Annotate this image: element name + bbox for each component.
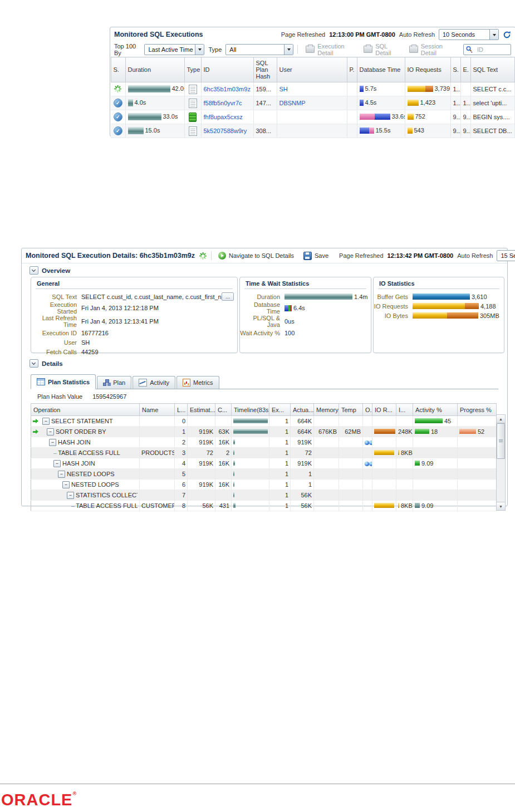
column-header[interactable]: Activity % [413,404,458,416]
collapse-icon[interactable] [42,418,50,425]
monitored-sql-executions-table: S.DurationTypeIDSQL Plan HashUserP.Datab… [111,57,515,138]
plan-row: HASH JOIN2919K16K1919K [31,437,497,448]
column-header[interactable]: L... [175,404,188,416]
chevron-down-icon[interactable] [195,45,204,55]
field-value: 16777216 [81,330,109,336]
user-link[interactable]: SH [81,339,90,346]
column-header[interactable]: Timeline(83s) [232,404,269,416]
execution-detail-button[interactable]: Execution Detail [302,43,356,56]
database-time-value: 33.6s [392,113,405,120]
tab-activity[interactable]: Activity [133,376,175,389]
scroll-down-button[interactable] [497,502,505,510]
column-header[interactable]: S. [450,57,460,82]
column-header[interactable]: User [277,57,347,82]
column-header[interactable]: O. [363,404,372,416]
sql-id-link[interactable]: 5k5207588w9ry [204,128,247,134]
page-refreshed-time: 12:13:42 PM GMT-0800 [388,252,454,259]
tab-plan-statistics[interactable]: Plan Statistics [31,374,96,389]
collapse-section-icon[interactable] [30,266,38,275]
progress-cell [458,437,497,448]
tab-plan[interactable]: Plan [97,376,131,389]
dblue-bar-segment [285,305,288,311]
column-header[interactable]: Name [140,404,175,416]
type-select[interactable]: All [225,44,293,55]
search-box[interactable] [463,44,511,55]
collapse-icon[interactable] [47,428,54,436]
cost-cell [215,490,232,501]
time-stat-row: Wait Activity %100 [240,328,371,337]
column-header[interactable]: SQL Plan Hash [253,57,277,82]
collapse-icon[interactable] [53,460,61,467]
user-cell [277,110,347,124]
collapse-icon[interactable] [58,471,65,478]
vertical-scrollbar[interactable] [496,414,506,511]
column-header[interactable]: Type [184,57,201,82]
user-link[interactable]: DBSNMP [279,100,306,106]
sql-text-cell: BEGIN sys.... [470,110,514,124]
other-cell [363,490,372,501]
session-detail-button[interactable]: Session Detail [405,43,455,56]
column-header[interactable]: Duration [125,57,184,82]
timeline-cell [232,437,269,448]
column-header[interactable]: Database Time [357,57,405,82]
collapse-icon[interactable] [62,481,70,488]
column-header[interactable]: IO R... [372,404,396,416]
sql-id-link[interactable]: fhf8upax5cxsz [204,114,243,120]
estimated-rows-cell: 919K [188,480,215,490]
sql-execution-row[interactable]: 4.0sf58fb5n0yvr7c147...DBSNMP4.5s1,4231.… [111,96,514,110]
column-header[interactable]: Temp [339,404,363,416]
top-100-by-select[interactable]: Last Active Time [144,44,204,55]
column-header[interactable]: SQL Text [470,57,514,82]
sql-id-link[interactable]: 6hc35b1m03m9z [204,86,251,92]
column-header[interactable]: ID [201,57,253,82]
sql-execution-row[interactable]: 42.0s6hc35b1m03m9z159...SH5.7s3,7391...S… [111,82,514,96]
scrollbar-thumb[interactable] [497,423,505,459]
save-button[interactable]: Save [301,252,331,260]
column-header[interactable]: P. [347,57,357,82]
teal-bar-segment [128,127,144,134]
auto-refresh-select[interactable]: 10 Seconds [439,29,499,40]
column-header[interactable]: C... [215,404,232,416]
value-bar [408,86,433,92]
executions-toolbar: Top 100 By Last Active Time Type All Exe… [110,42,515,57]
collapse-section-icon[interactable] [30,359,38,368]
sql-id-link[interactable]: f58fb5n0yvr7c [204,100,242,106]
column-header[interactable]: I... [396,404,413,416]
timeline-cell [232,427,269,437]
column-header[interactable]: E. [460,57,470,82]
search-input[interactable] [476,46,502,53]
sql-execution-row[interactable]: 15.0s5k5207588w9ry308...15.5s5439...9...… [111,124,514,138]
name-cell [140,458,175,469]
executions-cell: 1 [269,469,291,480]
column-header[interactable]: Actua... [291,404,314,416]
collapse-icon[interactable] [49,439,56,446]
activity-value: 45 [444,418,451,424]
user-link[interactable]: SH [279,86,288,92]
yellow-bar-segment [374,450,394,455]
tab-metrics[interactable]: Metrics [176,376,219,389]
auto-refresh-select[interactable]: 15 Seconds [497,250,515,261]
sql-text-expand-button[interactable]: ... [222,292,234,301]
sql-detail-button[interactable]: SQL Detail [360,43,402,56]
refresh-icon[interactable] [503,31,511,39]
column-header[interactable]: IO Requests [405,57,450,82]
sql-execution-row[interactable]: 33.0sfhf8upax5cxsz33.6s7529...9...BEGIN … [111,110,514,124]
column-header[interactable]: Estimat... [188,404,215,416]
column-header[interactable]: Progress % [458,404,497,416]
column-header[interactable]: Ex... [269,404,291,416]
chevron-down-icon[interactable] [489,30,498,40]
column-header[interactable]: Operation [31,404,140,416]
chevron-down-icon[interactable] [284,45,293,55]
column-header[interactable]: Memory [314,404,339,416]
collapse-icon[interactable] [67,492,74,499]
tab-label: Plan Statistics [48,379,90,385]
scroll-up-button[interactable] [497,415,505,423]
general-field-row: Execution StartedFri Jan 4, 2013 12:12:1… [31,301,237,315]
green-bar-segment [415,461,420,466]
green-bar-segment [415,429,429,434]
actual-rows-cell: 664K [291,427,314,437]
temp-cell [339,458,363,469]
activity-cell [413,490,458,501]
column-header[interactable]: S. [111,57,125,82]
navigate-to-sql-details-button[interactable]: Navigate to SQL Details [215,252,297,260]
